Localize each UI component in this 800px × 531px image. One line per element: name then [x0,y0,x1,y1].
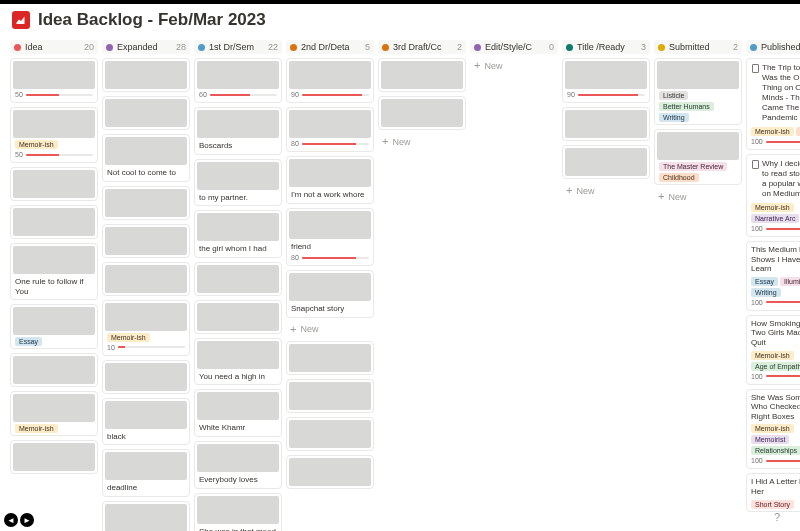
card-cover-image [289,382,371,410]
column-header[interactable]: Expanded28 [102,40,190,54]
card[interactable]: Memoir-ish50 [10,107,98,163]
plus-icon: + [566,185,572,196]
card[interactable] [10,205,98,239]
card[interactable] [102,96,190,130]
card[interactable] [102,58,190,92]
card[interactable]: She Was Someone Who Checked All The Righ… [746,389,800,470]
card[interactable] [378,96,466,130]
help-button[interactable]: ? [774,511,780,523]
progress-value: 100 [751,138,763,145]
column-header[interactable]: 3rd Draft/Cc2 [378,40,466,54]
card-cover-image [105,137,187,165]
card[interactable]: black [102,398,190,446]
card[interactable]: Snapchat story [286,270,374,318]
card[interactable]: to my partner. [194,159,282,207]
card[interactable] [194,262,282,296]
card[interactable]: Not cool to come to [102,134,190,182]
card-cover-image [197,110,279,138]
card-title: The Trip to Italy Was the Only Thing on … [762,63,800,123]
card[interactable] [378,58,466,92]
card[interactable]: phone down with a [102,501,190,531]
column-header[interactable]: Idea20 [10,40,98,54]
card[interactable]: She was in that mood [194,493,282,531]
card[interactable] [10,353,98,387]
column-header[interactable]: 2nd Dr/Deta5 [286,40,374,54]
card[interactable]: deadline [102,449,190,497]
card-cover-image [289,420,371,448]
card[interactable] [286,379,374,413]
new-card-button[interactable]: +New [286,322,374,337]
card[interactable] [194,300,282,334]
card-tags: EssayIlluminationWriting [749,277,800,297]
column-name: Edit/Style/C [485,42,545,52]
card[interactable] [102,262,190,296]
progress-value: 100 [751,457,763,464]
card[interactable]: This Medium Metric Shows I Have Lot To L… [746,241,800,311]
progress-value: 90 [291,91,299,98]
card-cover-image [197,444,279,472]
card[interactable]: The Master ReviewChildhood [654,129,742,185]
screenshot-prev-icon[interactable]: ◄ [4,513,18,527]
card[interactable]: 90 [562,58,650,103]
card-title: Boscards [197,140,279,152]
card[interactable]: 50 [10,58,98,103]
card[interactable] [102,224,190,258]
card[interactable]: How Smoking with Two Girls Made Me QuitM… [746,315,800,385]
card[interactable]: White Khamr [194,389,282,437]
column-count: 5 [365,42,370,52]
card[interactable]: I'm not a work whore [286,156,374,204]
new-card-button[interactable]: +New [470,58,558,73]
column-header[interactable]: Title /Ready3 [562,40,650,54]
card[interactable]: Why I decided not to read stories of a p… [746,154,800,237]
card[interactable]: friend80 [286,208,374,267]
card[interactable]: One rule to follow if You [10,243,98,300]
card[interactable]: I Hid A Letter From HerShort Story [746,473,800,511]
progress-row: 80 [289,254,371,263]
column-header[interactable]: Submitted2 [654,40,742,54]
card-title: friend [289,241,371,253]
column-header[interactable]: Edit/Style/C0 [470,40,558,54]
card[interactable]: The Trip to Italy Was the Only Thing on … [746,58,800,150]
card-title: the girl whom I had [197,243,279,255]
card[interactable]: the girl whom I had [194,210,282,258]
card[interactable]: You need a high in [194,338,282,386]
card[interactable] [10,167,98,201]
screenshot-next-icon[interactable]: ► [20,513,34,527]
card[interactable] [286,455,374,489]
new-card-button[interactable]: +New [654,189,742,204]
card[interactable]: Memoir-ish10 [102,300,190,356]
card[interactable] [562,145,650,179]
new-card-button[interactable]: +New [378,134,466,149]
card-tags: ListicleBetter HumansWriting [657,91,739,122]
card-title: Everybody loves [197,474,279,486]
card-title: How Smoking with Two Girls Made Me Quit [749,318,800,349]
card[interactable] [10,440,98,474]
card[interactable] [562,107,650,141]
card[interactable] [286,341,374,375]
new-card-button[interactable]: +New [562,183,650,198]
card-cover-image [13,394,95,422]
card-title: to my partner. [197,192,279,204]
card-title: deadline [105,482,187,494]
card[interactable]: 90 [286,58,374,103]
card[interactable]: Boscards [194,107,282,155]
card[interactable] [102,360,190,394]
card[interactable]: Memoir-ish [10,391,98,436]
card[interactable] [286,417,374,451]
column-header[interactable]: 1st Dr/Sem22 [194,40,282,54]
card-cover-image [105,99,187,127]
column-header[interactable]: Published34 [746,40,800,54]
card[interactable]: 60 [194,58,282,103]
card-cover-image [13,208,95,236]
card[interactable] [102,186,190,220]
card[interactable]: Essay [10,304,98,349]
tag: Age of Empathy [751,362,800,371]
card[interactable]: 80 [286,107,374,152]
column: Edit/Style/C0+New [470,40,558,73]
card-cover-image [197,61,279,89]
card[interactable]: Everybody loves [194,441,282,489]
progress-value: 90 [567,91,575,98]
tag: Memoir-ish [751,424,794,433]
column-name: Submitted [669,42,729,52]
card[interactable]: ListicleBetter HumansWriting [654,58,742,125]
